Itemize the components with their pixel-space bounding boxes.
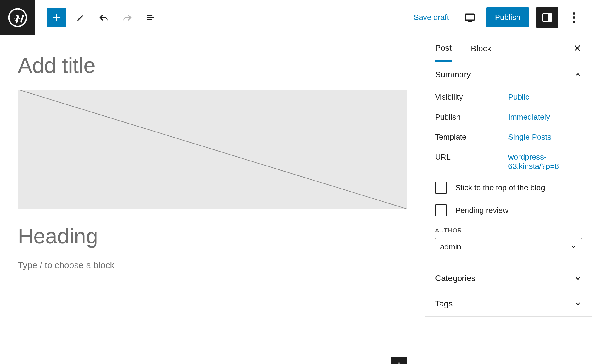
- workspace: Add title Heading Type / to choose a blo…: [0, 35, 592, 364]
- more-options-button[interactable]: [565, 9, 583, 27]
- close-sidebar-button[interactable]: [573, 44, 582, 54]
- sticky-checkbox[interactable]: [435, 182, 447, 194]
- chevron-up-icon: [574, 71, 582, 78]
- panel-tags: Tags: [425, 291, 592, 317]
- svg-rect-3: [548, 13, 552, 21]
- chevron-down-icon: [574, 274, 582, 282]
- plus-icon: [394, 361, 403, 364]
- panel-categories-toggle[interactable]: Categories: [425, 266, 592, 291]
- settings-sidebar-toggle[interactable]: [536, 7, 558, 28]
- publish-value[interactable]: Immediately: [508, 112, 582, 122]
- svg-line-7: [18, 90, 407, 209]
- redo-button[interactable]: [118, 9, 136, 27]
- svg-point-6: [573, 21, 575, 23]
- image-block-placeholder[interactable]: [18, 90, 407, 209]
- panel-summary-body: Visibility Public Publish Immediately Te…: [425, 87, 592, 266]
- visibility-value[interactable]: Public: [508, 92, 582, 102]
- close-icon: [573, 44, 582, 53]
- editor-topbar: Save draft Publish: [0, 0, 592, 35]
- author-field-label: AUTHOR: [435, 227, 582, 234]
- save-draft-button[interactable]: Save draft: [409, 10, 454, 24]
- heading-block[interactable]: Heading: [18, 224, 407, 248]
- visibility-label: Visibility: [435, 92, 508, 102]
- template-value[interactable]: Single Posts: [508, 132, 582, 142]
- kebab-icon: [573, 12, 575, 23]
- list-icon: [145, 13, 155, 23]
- chevron-down-icon: [570, 243, 577, 250]
- post-title-input[interactable]: Add title: [18, 53, 407, 78]
- panel-summary-heading: Summary: [435, 70, 471, 79]
- paragraph-block[interactable]: Type / to choose a block: [18, 260, 407, 270]
- undo-icon: [98, 12, 110, 23]
- url-label: URL: [435, 152, 508, 171]
- wordpress-icon: [8, 8, 27, 27]
- undo-button[interactable]: [95, 9, 113, 27]
- chevron-down-icon: [574, 300, 582, 308]
- panel-summary-toggle[interactable]: Summary: [425, 62, 592, 87]
- placeholder-diagonal-icon: [18, 90, 407, 209]
- pending-review-checkbox[interactable]: [435, 204, 447, 216]
- publish-label: Publish: [435, 112, 508, 122]
- author-select[interactable]: admin: [435, 238, 582, 255]
- tab-post[interactable]: Post: [435, 36, 452, 62]
- panel-categories: Categories: [425, 266, 592, 291]
- editor-canvas: Add title Heading Type / to choose a blo…: [0, 35, 425, 364]
- tools-button[interactable]: [72, 9, 90, 27]
- template-label: Template: [435, 132, 508, 142]
- toolbar-right: Save draft Publish: [409, 7, 583, 28]
- svg-point-5: [573, 16, 575, 19]
- desktop-icon: [464, 12, 476, 24]
- sticky-label: Stick to the top of the blog: [455, 183, 545, 192]
- panel-tags-toggle[interactable]: Tags: [425, 291, 592, 316]
- publish-button[interactable]: Publish: [486, 7, 529, 27]
- svg-rect-1: [465, 14, 474, 20]
- panel-tags-heading: Tags: [435, 299, 453, 309]
- redo-icon: [121, 12, 133, 23]
- sidebar-icon: [541, 12, 553, 24]
- plus-icon: [51, 12, 62, 23]
- preview-button[interactable]: [461, 9, 479, 27]
- wordpress-logo[interactable]: [0, 0, 35, 35]
- pending-review-label: Pending review: [455, 206, 508, 215]
- toolbar-left: [47, 8, 159, 27]
- sidebar-tabs: Post Block: [425, 35, 592, 62]
- add-block-button[interactable]: [47, 8, 66, 27]
- url-value[interactable]: wordpress-63.kinsta/?p=8: [508, 152, 582, 171]
- pencil-icon: [75, 13, 86, 23]
- panel-summary: Summary Visibility Public Publish Immedi…: [425, 62, 592, 266]
- inline-add-block-button[interactable]: [391, 357, 407, 364]
- document-overview-button[interactable]: [141, 9, 159, 27]
- panel-categories-heading: Categories: [435, 274, 475, 283]
- svg-point-4: [573, 12, 575, 15]
- author-select-value: admin: [440, 242, 461, 252]
- settings-sidebar: Post Block Summary Visibility Public Pub…: [425, 35, 592, 364]
- tab-block[interactable]: Block: [471, 37, 491, 61]
